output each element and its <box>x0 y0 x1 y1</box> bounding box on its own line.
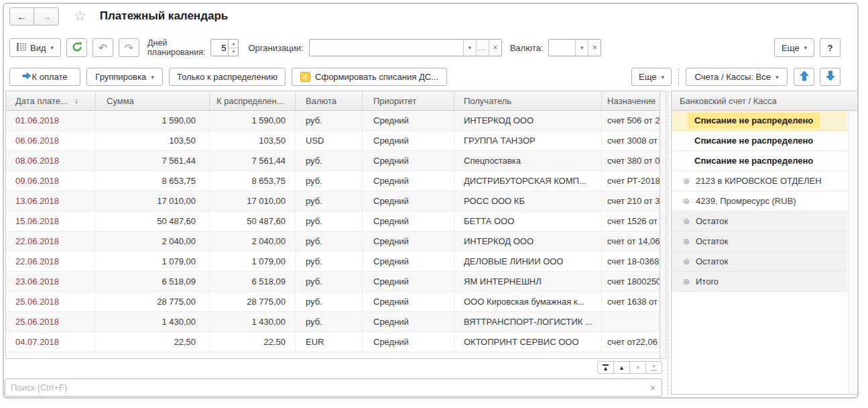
table-row[interactable]: 22.06.2018 2 040,00 2 040,00 руб. Средни… <box>6 232 660 252</box>
account-row[interactable]: ⊕ Остаток <box>672 252 847 272</box>
cell-sum[interactable]: 1 079,00 <box>96 252 210 271</box>
cell-sum[interactable]: 6 518,09 <box>96 272 210 291</box>
cell-recipient[interactable]: ДИСТРИБУТОРСКАЯ КОМП... <box>454 171 602 191</box>
cell-purpose[interactable]: счет 1800250 <box>602 272 660 291</box>
table-row[interactable]: 23.06.2018 6 518,09 6 518,09 руб. Средни… <box>6 272 660 292</box>
currency-dropdown-icon[interactable]: ▾ <box>575 40 588 56</box>
account-row[interactable]: ⊕ Остаток <box>672 211 847 232</box>
cell-to-distribute[interactable]: 22,50 <box>210 332 296 352</box>
cell-currency[interactable]: руб. <box>296 312 363 332</box>
cell-recipient[interactable]: Спецпоставка <box>454 151 602 170</box>
days-planning-input[interactable] <box>211 40 228 56</box>
refresh-button[interactable] <box>66 38 87 57</box>
cell-recipient[interactable]: ООО Кировская бумажная к... <box>454 292 602 311</box>
cell-currency[interactable]: руб. <box>296 111 363 130</box>
cell-sum[interactable]: 28 775,00 <box>96 292 210 311</box>
cell-priority[interactable]: Средний <box>363 131 454 150</box>
scroll-to-top-button[interactable]: ▲ <box>597 361 614 374</box>
column-header-purpose[interactable]: Назначение <box>602 91 660 110</box>
cell-currency[interactable]: руб. <box>296 191 363 211</box>
cell-priority[interactable]: Средний <box>363 232 454 251</box>
help-button[interactable]: ? <box>820 38 841 57</box>
cell-payment-date[interactable]: 22.06.2018 <box>6 252 96 271</box>
redo-button[interactable]: ↷ <box>119 38 139 57</box>
cell-currency[interactable]: руб. <box>296 171 363 191</box>
cell-priority[interactable]: Средний <box>363 171 454 191</box>
cell-sum[interactable]: 1 430,00 <box>96 312 210 332</box>
only-distribution-button[interactable]: Только к распределению <box>169 68 286 86</box>
accounts-panel-header[interactable]: Банковский счет / Касса <box>672 91 857 111</box>
organizations-dropdown-icon[interactable]: ▾ <box>463 40 476 56</box>
forward-button[interactable]: → <box>34 7 59 26</box>
account-row[interactable]: Списание не распределено <box>672 131 847 151</box>
move-up-button[interactable] <box>794 68 814 86</box>
account-row[interactable]: ⊕ 4239, Промресурс (RUB) <box>672 191 847 211</box>
cell-payment-date[interactable]: 13.06.2018 <box>6 191 96 211</box>
cell-payment-date[interactable]: 09.06.2018 <box>6 171 96 191</box>
expand-icon[interactable]: ⊕ <box>683 217 692 226</box>
organizations-clear-icon[interactable]: × <box>489 40 501 56</box>
cell-purpose[interactable]: счет 3008 от <box>602 131 660 150</box>
cell-purpose[interactable] <box>602 312 660 332</box>
column-header-currency[interactable]: Валюта <box>296 91 363 110</box>
cell-payment-date[interactable]: 23.06.2018 <box>6 272 96 291</box>
form-writeoffs-button[interactable]: ✓ Сформировать списания ДС... <box>292 68 447 86</box>
currency-input[interactable] <box>549 40 575 56</box>
view-menu-button[interactable]: Вид ▾ <box>9 38 61 57</box>
cell-to-distribute[interactable]: 2 040,00 <box>210 232 296 251</box>
table-row[interactable]: 06.06.2018 103,50 103,50 USD Средний ГРУ… <box>6 131 660 151</box>
expand-icon[interactable]: ⊕ <box>683 257 692 266</box>
panel-splitter[interactable] <box>668 91 668 395</box>
cell-sum[interactable]: 8 653,75 <box>96 171 210 191</box>
undo-button[interactable]: ↶ <box>92 38 113 57</box>
to-pay-button[interactable]: К оплате <box>9 68 80 86</box>
account-row[interactable]: Списание не распределено <box>672 151 847 171</box>
cell-to-distribute[interactable]: 1 590,00 <box>210 111 296 130</box>
cell-payment-date[interactable]: 04.07.2018 <box>6 332 96 352</box>
stepper-up-icon[interactable]: ▴ <box>229 40 238 48</box>
cell-purpose[interactable]: счет РТ-2018 <box>602 171 660 191</box>
cell-payment-date[interactable]: 25.06.2018 <box>6 312 96 332</box>
cell-to-distribute[interactable]: 103,50 <box>210 131 296 150</box>
accounts-filter-button[interactable]: Счета / Кассы: Все ▾ <box>686 68 788 86</box>
cell-sum[interactable]: 7 561,44 <box>96 151 210 170</box>
table-row[interactable]: 08.06.2018 7 561,44 7 561,44 руб. Средни… <box>6 151 660 171</box>
cell-purpose[interactable]: счет 506 от 2 <box>602 111 660 130</box>
search-clear-icon[interactable]: × <box>644 382 662 393</box>
table-vertical-scrollbar[interactable] <box>660 91 666 359</box>
cell-to-distribute[interactable]: 28 775,00 <box>210 292 296 311</box>
cell-sum[interactable]: 2 040,00 <box>96 232 210 251</box>
column-header-date[interactable]: Дата плате... ↓ <box>6 91 96 110</box>
cell-currency[interactable]: USD <box>296 131 363 150</box>
stepper-down-icon[interactable]: ▾ <box>229 48 238 56</box>
expand-icon[interactable]: ⊕ <box>683 176 692 186</box>
cell-recipient[interactable]: ВЯТТРАНСПОРТ-ЛОГИСТИК ... <box>454 312 602 332</box>
move-down-button[interactable] <box>820 68 841 86</box>
cell-payment-date[interactable]: 06.06.2018 <box>6 131 96 150</box>
cell-currency[interactable]: руб. <box>296 211 363 231</box>
column-header-priority[interactable]: Приоритет <box>363 91 454 110</box>
cell-payment-date[interactable]: 01.06.2018 <box>6 111 96 130</box>
cell-payment-date[interactable]: 15.06.2018 <box>6 211 96 231</box>
cell-purpose[interactable]: счет 380 от 0 <box>602 151 660 170</box>
cell-currency[interactable]: руб. <box>296 151 363 170</box>
cell-recipient[interactable]: БЕТТА ООО <box>454 211 602 231</box>
cell-purpose[interactable]: счет от 14,06 <box>602 232 660 251</box>
cell-to-distribute[interactable]: 8 653,75 <box>210 171 296 191</box>
cell-recipient[interactable]: ГРУППА ТАНЗОР <box>454 131 602 150</box>
more-button-table[interactable]: Еще ▾ <box>631 68 672 86</box>
cell-purpose[interactable]: счет от22,06 <box>602 332 660 352</box>
expand-icon[interactable]: ⊕ <box>683 237 692 246</box>
cell-priority[interactable]: Средний <box>363 191 454 211</box>
cell-sum[interactable]: 50 487,60 <box>96 211 210 231</box>
account-row[interactable]: ⊕ Итого <box>672 272 847 292</box>
cell-priority[interactable]: Средний <box>363 292 454 311</box>
cell-purpose[interactable]: счет 210 от 3 <box>602 191 660 211</box>
cell-priority[interactable]: Средний <box>363 312 454 332</box>
cell-sum[interactable]: 17 010,00 <box>96 191 210 211</box>
table-row[interactable]: 15.06.2018 50 487,60 50 487,60 руб. Сред… <box>6 211 660 232</box>
search-input[interactable] <box>5 382 644 393</box>
cell-priority[interactable]: Средний <box>363 211 454 231</box>
cell-purpose[interactable]: счет 18-0368 <box>602 252 660 271</box>
organizations-input[interactable] <box>310 40 463 56</box>
